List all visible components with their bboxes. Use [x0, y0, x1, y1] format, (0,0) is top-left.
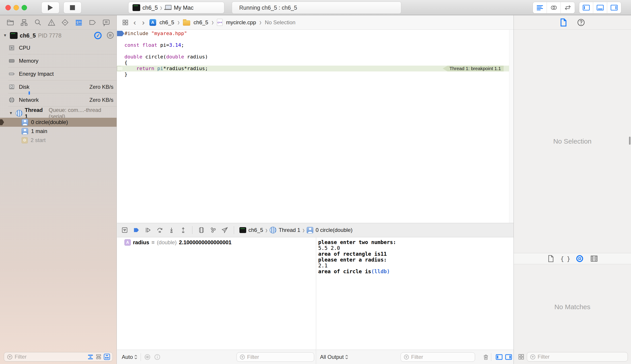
stack-frame-label: 1 main — [31, 128, 47, 134]
breakpoints-toggle-button[interactable] — [133, 226, 140, 234]
related-items-icon[interactable] — [122, 19, 129, 26]
go-forward-button[interactable]: › — [141, 19, 146, 26]
trash-icon — [483, 354, 489, 361]
gauge-label: Disk — [19, 84, 86, 90]
stack-frame-row[interactable]: ⚙2 start — [0, 136, 117, 145]
file-inspector-tab-icon[interactable] — [560, 18, 567, 27]
console-view[interactable]: please enter two numbers:5.5 2.0area of … — [316, 238, 514, 350]
show-console-view-icon[interactable] — [505, 354, 512, 360]
jumpbar-selection[interactable]: No Selection — [265, 19, 295, 26]
memory-icon — [8, 57, 15, 64]
console-scope-dropdown[interactable]: All Output — [320, 354, 348, 360]
stack-frame-row[interactable]: 1 main — [0, 127, 117, 136]
navigator-filter-field[interactable] — [4, 352, 113, 362]
hide-debug-area-button[interactable] — [121, 226, 128, 234]
clear-console-button[interactable] — [483, 354, 489, 361]
breakpoint-marker-icon[interactable] — [117, 31, 124, 36]
filter-icon — [240, 354, 245, 360]
debug-navigator-tab[interactable] — [74, 18, 83, 27]
variables-filter-field[interactable] — [237, 352, 314, 362]
jumpbar-group[interactable]: ch6_5 — [193, 19, 208, 26]
breakpoint-navigator-tab[interactable] — [88, 18, 97, 27]
gauge-row-network[interactable]: NetworkZero KB/s — [8, 94, 117, 106]
object-library-tab[interactable] — [576, 254, 584, 263]
info-icon[interactable] — [154, 354, 161, 360]
variable-equals: = — [151, 239, 155, 246]
test-navigator-tab[interactable] — [61, 18, 70, 27]
variables-view[interactable]: A radius = (double) 2.1000000000000001 — [117, 238, 316, 350]
library-filter-field[interactable] — [527, 352, 628, 362]
issue-navigator-tab[interactable] — [47, 18, 56, 27]
jumpbar-file[interactable]: mycircle.cpp — [226, 19, 256, 26]
quicklook-eye-icon[interactable] — [144, 354, 151, 360]
updown-chevrons-icon — [345, 354, 348, 360]
step-over-button[interactable] — [156, 226, 163, 234]
navigator-filter-input[interactable] — [15, 354, 86, 360]
minimize-window-button[interactable] — [14, 5, 19, 10]
console-filter-field[interactable] — [400, 352, 475, 362]
disclosure-triangle-icon[interactable]: ▼ — [9, 111, 14, 116]
stop-button[interactable] — [64, 2, 81, 14]
scrollbar-thumb[interactable] — [629, 136, 630, 145]
blue-gauge-icon — [94, 31, 102, 40]
media-library-tab[interactable] — [590, 254, 598, 263]
gauge-list: CPUMemoryEnergy ImpactDiskZero KB/sNetwo… — [0, 41, 117, 106]
close-window-button[interactable] — [6, 5, 11, 10]
run-button[interactable] — [41, 2, 59, 14]
assistant-editor-button[interactable] — [547, 2, 561, 13]
variables-scope-label: Auto — [122, 354, 133, 360]
variable-row[interactable]: A radius = (double) 2.1000000000000001 — [117, 238, 316, 246]
toggle-debug-area-button[interactable] — [593, 2, 607, 13]
show-variables-view-icon[interactable] — [496, 354, 503, 360]
memory-graph-button[interactable] — [209, 226, 217, 234]
find-navigator-tab[interactable] — [33, 18, 42, 27]
gauge-row-cpu[interactable]: CPU — [8, 41, 117, 54]
debug-crumb-process[interactable]: ch6_5 — [249, 227, 263, 233]
console-filter-input[interactable] — [411, 354, 473, 360]
grouped-view-icon[interactable] — [104, 354, 110, 360]
step-out-button[interactable] — [179, 226, 187, 234]
toggle-navigator-button[interactable] — [579, 2, 593, 13]
source-editor[interactable]: #include "myarea.hpp"const float pi=3.14… — [117, 30, 514, 223]
variables-scope-dropdown[interactable]: Auto — [122, 354, 137, 360]
filter-icon — [403, 354, 409, 360]
gauge-label: Energy Impact — [19, 71, 110, 77]
editor-scrollbar-track[interactable] — [509, 30, 514, 223]
toggle-inspector-button[interactable] — [607, 2, 621, 13]
chevron-separator-icon: › — [160, 3, 162, 12]
flat-view-icon[interactable] — [87, 354, 94, 360]
source-control-tab[interactable] — [20, 18, 29, 27]
view-process-by-queue-button[interactable] — [106, 31, 115, 40]
code-snippet-library-tab[interactable]: { } — [561, 254, 569, 263]
thread-row[interactable]: ▼ Thread 1 Queue: com....-thread (serial… — [0, 109, 117, 118]
scheme-selector[interactable]: ch6_5 › My Mac — [128, 2, 224, 14]
gauge-row-disk[interactable]: DiskZero KB/s — [8, 80, 117, 94]
file-template-library-tab[interactable] — [547, 254, 555, 263]
library-grid-icon[interactable] — [518, 354, 525, 360]
debug-crumb-frame[interactable]: 0 circle(double) — [315, 227, 352, 233]
simulate-location-button[interactable] — [221, 226, 229, 234]
performance-gauge-button[interactable] — [94, 31, 102, 40]
debug-view-hierarchy-button[interactable] — [198, 226, 205, 234]
help-inspector-tab-icon[interactable] — [577, 18, 585, 27]
report-navigator-tab[interactable] — [102, 18, 111, 27]
disclosure-triangle-icon[interactable]: ▼ — [3, 33, 8, 38]
library-filter-input[interactable] — [538, 354, 625, 360]
process-row[interactable]: ▼ ch6_5 PID 7778 — [0, 30, 117, 41]
go-back-button[interactable]: ‹ — [132, 19, 137, 26]
tree-view-icon[interactable] — [95, 354, 102, 360]
zoom-window-button[interactable] — [22, 5, 27, 10]
debug-crumb-thread[interactable]: Thread 1 — [279, 227, 300, 233]
variables-filter-input[interactable] — [247, 354, 312, 360]
stack-frame-row[interactable]: 0 circle(double) — [0, 118, 117, 127]
version-editor-button[interactable] — [561, 2, 575, 13]
gauge-row-energy-impact[interactable]: Energy Impact — [8, 68, 117, 80]
thread-icon — [270, 227, 276, 234]
gauge-row-memory[interactable]: Memory — [8, 54, 117, 68]
standard-editor-button[interactable] — [533, 2, 547, 13]
jumpbar-project[interactable]: ch6_5 — [159, 19, 174, 26]
project-navigator-tab[interactable] — [6, 18, 15, 27]
console-line: 2.1 — [318, 263, 514, 268]
step-into-button[interactable] — [168, 226, 175, 234]
continue-button[interactable] — [144, 226, 152, 234]
